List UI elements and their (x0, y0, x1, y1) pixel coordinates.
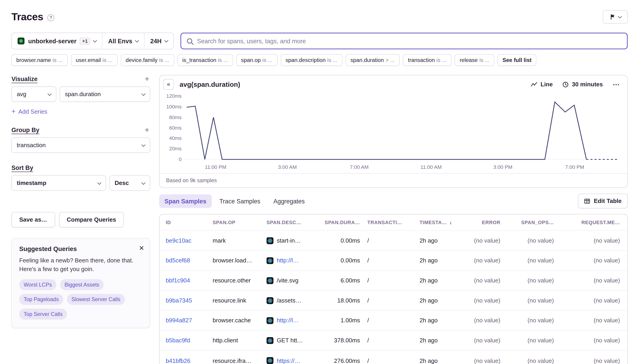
search-bar[interactable] (180, 32, 628, 49)
edit-table-button[interactable]: Edit Table (578, 194, 628, 208)
error-cell: (no value) (459, 237, 508, 244)
add-series-button[interactable]: + Add Series (12, 108, 47, 116)
plus-icon: + (12, 108, 16, 116)
tab-aggregates[interactable]: Aggregates (268, 194, 310, 208)
timestamp-link[interactable]: 2h ago (420, 317, 438, 324)
add-visualize-button[interactable]: + (144, 75, 150, 82)
timestamp-cell: 2h ago (420, 237, 459, 244)
column-header-request-me[interactable]: REQUEST.ME… (561, 220, 627, 225)
tab-span-samples[interactable]: Span Samples (159, 194, 212, 208)
error-cell: (no value) (459, 317, 508, 324)
query-sidebar: Visualize + avg span.duration + Add Seri… (12, 75, 150, 328)
filter-chip-is-transaction[interactable]: is_transactionis ... (177, 54, 233, 66)
span-id-cell: b994a827 (166, 317, 213, 324)
sort-field-select[interactable]: timestamp (12, 175, 106, 191)
filter-chip-op: is ... (159, 57, 169, 63)
span-id-link[interactable]: b41bfb26 (166, 357, 190, 364)
suggested-query-top-server-calls[interactable]: Top Server Calls (19, 309, 67, 320)
sort-by-section-header: Sort By (12, 164, 150, 171)
chevron-down-icon (617, 14, 622, 18)
save-as-button[interactable]: Save as… (12, 212, 55, 228)
column-header-error[interactable]: ERROR (459, 220, 508, 225)
close-icon[interactable]: × (139, 243, 144, 252)
filter-chip-browser-name[interactable]: browser.nameis ... (12, 54, 68, 66)
column-header-timesta[interactable]: TIMESTA…↓ (420, 219, 459, 226)
column-header-span-desc[interactable]: SPAN.DESC… (266, 220, 322, 225)
request-method-cell: (no value) (561, 357, 627, 364)
page-title: Traces (12, 11, 43, 22)
date-range-label: 24H (150, 38, 161, 44)
compare-queries-button[interactable]: Compare Queries (59, 212, 124, 228)
edit-table-label: Edit Table (594, 198, 622, 204)
column-header-span-dura[interactable]: SPAN.DURA… (322, 220, 368, 225)
span-id-link[interactable]: b9ba7345 (166, 297, 192, 304)
filter-chip-span-description[interactable]: span.descriptionis ... (281, 54, 342, 66)
chevron-down-icon (141, 180, 145, 184)
environment-selector[interactable]: All Envs (102, 33, 144, 49)
tab-trace-samples[interactable]: Trace Samples (214, 194, 265, 208)
timestamp-link[interactable]: 2h ago (420, 257, 438, 264)
column-header-label: TIMESTA… (420, 220, 447, 226)
suggested-query-worst-lcps[interactable]: Worst LCPs (19, 279, 56, 290)
span-description-text[interactable]: http://l… (277, 317, 299, 324)
filter-chip-span-op[interactable]: span.opis ... (236, 54, 277, 66)
suggested-query-top-pageloads[interactable]: Top Pageloads (19, 294, 63, 305)
filter-chip-span-duration[interactable]: span.duration> ... (346, 54, 400, 66)
chart-svg (185, 94, 617, 162)
column-header-span-ops[interactable]: SPAN_OPS… (508, 220, 561, 225)
visualize-controls: avg span.duration (12, 86, 150, 102)
span-id-link[interactable]: bd5cef68 (166, 257, 190, 264)
help-icon[interactable]: ? (48, 14, 54, 21)
filter-chip-user-email[interactable]: user.emailis ... (71, 54, 118, 66)
collapse-sidebar-button[interactable]: « (163, 79, 174, 90)
group-by-select[interactable]: transaction (12, 137, 150, 153)
filter-chip-release[interactable]: releaseis ... (455, 54, 494, 66)
sort-direction-select[interactable]: Desc (109, 175, 150, 191)
span-id-link[interactable]: be9c10ac (166, 237, 191, 244)
filter-chip-transaction[interactable]: transactionis ... (403, 54, 452, 66)
chart-more-button[interactable]: … (612, 79, 620, 90)
project-selector[interactable]: unborked-server +1 (12, 33, 102, 49)
span-description-text[interactable]: https://… (277, 357, 300, 364)
span-description-cell: /vite.svg (266, 277, 322, 284)
add-group-by-button[interactable]: + (144, 126, 150, 133)
see-full-list-button[interactable]: See full list (498, 54, 537, 66)
chart-interval-button[interactable]: 30 minutes (563, 81, 603, 88)
span-id-link[interactable]: bbf1c904 (166, 277, 190, 284)
timestamp-cell: 2h ago (420, 317, 459, 324)
span-id-cell: bd5cef68 (166, 257, 213, 264)
request-method-cell: (no value) (561, 317, 627, 324)
column-header-span-op[interactable]: SPAN.OP (213, 220, 266, 225)
filter-chip-device-family[interactable]: device.familyis ... (121, 54, 174, 66)
span-description-cell: start-in… (266, 237, 322, 244)
aggregate-select[interactable]: avg (12, 86, 56, 102)
suggested-query-slowest-server-calls[interactable]: Slowest Server Calls (67, 294, 125, 305)
date-range-selector[interactable]: 24H (144, 33, 173, 49)
react-platform-icon (266, 237, 273, 244)
filter-chip-key: span.duration (350, 57, 384, 63)
suggested-query-biggest-assets[interactable]: Biggest Assets (60, 279, 104, 290)
chart-type-label: Line (540, 81, 553, 88)
timestamp-link[interactable]: 2h ago (420, 337, 438, 344)
field-select[interactable]: span.duration (60, 86, 150, 102)
span-op-cell: resource.ifra… (213, 357, 266, 364)
timestamp-link[interactable]: 2h ago (420, 237, 438, 244)
chart-type-button[interactable]: Line (531, 81, 553, 88)
filter-chip-row: browser.nameis ...user.emailis ...device… (12, 54, 628, 66)
column-header-id[interactable]: ID (166, 220, 213, 225)
search-input[interactable] (197, 38, 621, 44)
span-description-text[interactable]: http://l… (277, 257, 299, 264)
feature-flag-button[interactable] (603, 10, 627, 24)
project-count-badge: +1 (80, 37, 90, 45)
span-id-link[interactable]: b994a827 (166, 317, 192, 324)
transaction-cell: / (367, 317, 419, 324)
timestamp-link[interactable]: 2h ago (420, 277, 438, 284)
timestamp-link[interactable]: 2h ago (420, 297, 438, 304)
span-ops-cell: (no value) (508, 317, 561, 324)
span-id-link[interactable]: b5bac9fd (166, 337, 190, 344)
group-by-section-header: Group By + (12, 126, 150, 133)
table-header-row: IDSPAN.OPSPAN.DESC…SPAN.DURA…TRANSACTI…T… (160, 214, 627, 231)
timestamp-link[interactable]: 2h ago (420, 357, 438, 364)
column-header-transacti[interactable]: TRANSACTI… (367, 220, 419, 225)
filter-chip-key: release (460, 57, 478, 63)
